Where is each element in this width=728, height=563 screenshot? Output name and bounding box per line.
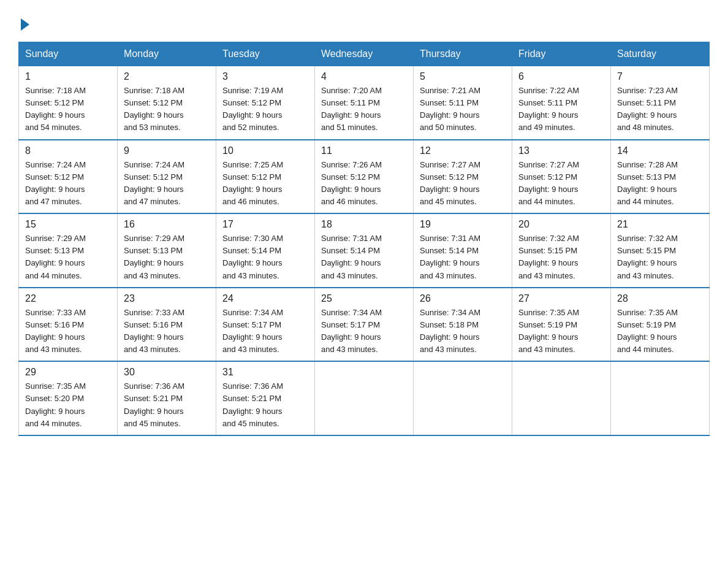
- day-info: Sunrise: 7:23 AMSunset: 5:11 PMDaylight:…: [617, 85, 703, 134]
- day-info: Sunrise: 7:24 AMSunset: 5:12 PMDaylight:…: [124, 159, 210, 209]
- day-info: Sunrise: 7:36 AMSunset: 5:21 PMDaylight:…: [124, 380, 210, 430]
- day-number: 23: [124, 293, 210, 304]
- day-cell: 29 Sunrise: 7:35 AMSunset: 5:20 PMDaylig…: [19, 361, 118, 435]
- day-cell: 14 Sunrise: 7:28 AMSunset: 5:13 PMDaylig…: [611, 140, 710, 214]
- weekday-header-thursday: Thursday: [414, 42, 512, 66]
- day-info: Sunrise: 7:36 AMSunset: 5:21 PMDaylight:…: [222, 380, 308, 430]
- week-row-5: 29 Sunrise: 7:35 AMSunset: 5:20 PMDaylig…: [19, 361, 710, 435]
- day-number: 19: [420, 219, 506, 230]
- day-number: 16: [124, 219, 210, 230]
- day-number: 24: [222, 293, 308, 304]
- day-cell: 1 Sunrise: 7:18 AMSunset: 5:12 PMDayligh…: [19, 66, 118, 140]
- day-info: Sunrise: 7:20 AMSunset: 5:11 PMDaylight:…: [321, 85, 407, 134]
- day-cell: 9 Sunrise: 7:24 AMSunset: 5:12 PMDayligh…: [118, 140, 216, 214]
- day-number: 26: [420, 293, 506, 304]
- day-cell: 2 Sunrise: 7:18 AMSunset: 5:12 PMDayligh…: [118, 66, 216, 140]
- day-number: 9: [124, 145, 210, 156]
- day-cell: 16 Sunrise: 7:29 AMSunset: 5:13 PMDaylig…: [118, 213, 216, 288]
- page-header: [18, 12, 710, 31]
- day-number: 13: [518, 145, 604, 156]
- day-cell: 21 Sunrise: 7:32 AMSunset: 5:15 PMDaylig…: [611, 213, 710, 288]
- day-number: 8: [25, 145, 111, 156]
- day-number: 29: [25, 367, 111, 378]
- weekday-header-tuesday: Tuesday: [216, 42, 315, 66]
- day-number: 27: [518, 293, 604, 304]
- day-info: Sunrise: 7:35 AMSunset: 5:19 PMDaylight:…: [518, 307, 604, 356]
- day-number: 3: [222, 71, 308, 82]
- day-cell: 15 Sunrise: 7:29 AMSunset: 5:13 PMDaylig…: [19, 213, 118, 288]
- day-cell: 12 Sunrise: 7:27 AMSunset: 5:12 PMDaylig…: [414, 140, 512, 214]
- day-info: Sunrise: 7:29 AMSunset: 5:13 PMDaylight:…: [124, 232, 210, 282]
- day-info: Sunrise: 7:35 AMSunset: 5:20 PMDaylight:…: [25, 380, 111, 430]
- day-number: 20: [518, 219, 604, 230]
- header-row: SundayMondayTuesdayWednesdayThursdayFrid…: [19, 42, 710, 66]
- day-info: Sunrise: 7:19 AMSunset: 5:12 PMDaylight:…: [222, 85, 308, 134]
- day-number: 21: [617, 219, 703, 230]
- weekday-header-sunday: Sunday: [19, 42, 118, 66]
- day-cell: 10 Sunrise: 7:25 AMSunset: 5:12 PMDaylig…: [216, 140, 315, 214]
- day-cell: 18 Sunrise: 7:31 AMSunset: 5:14 PMDaylig…: [315, 213, 414, 288]
- week-row-2: 8 Sunrise: 7:24 AMSunset: 5:12 PMDayligh…: [19, 140, 710, 214]
- day-cell: 7 Sunrise: 7:23 AMSunset: 5:11 PMDayligh…: [611, 66, 710, 140]
- day-cell: 4 Sunrise: 7:20 AMSunset: 5:11 PMDayligh…: [315, 66, 414, 140]
- day-info: Sunrise: 7:27 AMSunset: 5:12 PMDaylight:…: [420, 159, 506, 209]
- calendar-body: 1 Sunrise: 7:18 AMSunset: 5:12 PMDayligh…: [19, 66, 710, 435]
- day-cell: 26 Sunrise: 7:34 AMSunset: 5:18 PMDaylig…: [414, 288, 512, 362]
- day-info: Sunrise: 7:30 AMSunset: 5:14 PMDaylight:…: [222, 232, 308, 282]
- day-number: 22: [25, 293, 111, 304]
- day-cell: 17 Sunrise: 7:30 AMSunset: 5:14 PMDaylig…: [216, 213, 315, 288]
- day-cell: 3 Sunrise: 7:19 AMSunset: 5:12 PMDayligh…: [216, 66, 315, 140]
- day-info: Sunrise: 7:29 AMSunset: 5:13 PMDaylight:…: [25, 232, 111, 282]
- day-info: Sunrise: 7:34 AMSunset: 5:17 PMDaylight:…: [222, 307, 308, 356]
- day-number: 12: [420, 145, 506, 156]
- day-number: 30: [124, 367, 210, 378]
- day-cell: 8 Sunrise: 7:24 AMSunset: 5:12 PMDayligh…: [19, 140, 118, 214]
- day-info: Sunrise: 7:25 AMSunset: 5:12 PMDaylight:…: [222, 159, 308, 209]
- day-info: Sunrise: 7:33 AMSunset: 5:16 PMDaylight:…: [124, 307, 210, 356]
- day-cell: [611, 361, 710, 435]
- calendar-header: SundayMondayTuesdayWednesdayThursdayFrid…: [19, 42, 710, 66]
- day-info: Sunrise: 7:18 AMSunset: 5:12 PMDaylight:…: [124, 85, 210, 134]
- day-number: 7: [617, 71, 703, 82]
- day-number: 4: [321, 71, 407, 82]
- day-info: Sunrise: 7:34 AMSunset: 5:17 PMDaylight:…: [321, 307, 407, 356]
- day-info: Sunrise: 7:28 AMSunset: 5:13 PMDaylight:…: [617, 159, 703, 209]
- day-number: 2: [124, 71, 210, 82]
- week-row-3: 15 Sunrise: 7:29 AMSunset: 5:13 PMDaylig…: [19, 213, 710, 288]
- day-info: Sunrise: 7:33 AMSunset: 5:16 PMDaylight:…: [25, 307, 111, 356]
- day-number: 10: [222, 145, 308, 156]
- weekday-header-wednesday: Wednesday: [315, 42, 414, 66]
- week-row-4: 22 Sunrise: 7:33 AMSunset: 5:16 PMDaylig…: [19, 288, 710, 362]
- day-cell: 27 Sunrise: 7:35 AMSunset: 5:19 PMDaylig…: [512, 288, 611, 362]
- week-row-1: 1 Sunrise: 7:18 AMSunset: 5:12 PMDayligh…: [19, 66, 710, 140]
- day-cell: 30 Sunrise: 7:36 AMSunset: 5:21 PMDaylig…: [118, 361, 216, 435]
- day-number: 28: [617, 293, 703, 304]
- day-cell: 19 Sunrise: 7:31 AMSunset: 5:14 PMDaylig…: [414, 213, 512, 288]
- day-number: 18: [321, 219, 407, 230]
- day-info: Sunrise: 7:31 AMSunset: 5:14 PMDaylight:…: [420, 232, 506, 282]
- logo: [18, 17, 29, 31]
- logo-arrow-icon: [21, 18, 29, 31]
- day-info: Sunrise: 7:24 AMSunset: 5:12 PMDaylight:…: [25, 159, 111, 209]
- day-cell: 11 Sunrise: 7:26 AMSunset: 5:12 PMDaylig…: [315, 140, 414, 214]
- day-cell: 23 Sunrise: 7:33 AMSunset: 5:16 PMDaylig…: [118, 288, 216, 362]
- day-cell: 5 Sunrise: 7:21 AMSunset: 5:11 PMDayligh…: [414, 66, 512, 140]
- day-number: 6: [518, 71, 604, 82]
- day-number: 31: [222, 367, 308, 378]
- weekday-header-saturday: Saturday: [611, 42, 710, 66]
- day-cell: 6 Sunrise: 7:22 AMSunset: 5:11 PMDayligh…: [512, 66, 611, 140]
- day-info: Sunrise: 7:21 AMSunset: 5:11 PMDaylight:…: [420, 85, 506, 134]
- day-cell: 28 Sunrise: 7:35 AMSunset: 5:19 PMDaylig…: [611, 288, 710, 362]
- day-info: Sunrise: 7:34 AMSunset: 5:18 PMDaylight:…: [420, 307, 506, 356]
- day-number: 15: [25, 219, 111, 230]
- day-info: Sunrise: 7:18 AMSunset: 5:12 PMDaylight:…: [25, 85, 111, 134]
- day-number: 1: [25, 71, 111, 82]
- day-info: Sunrise: 7:22 AMSunset: 5:11 PMDaylight:…: [518, 85, 604, 134]
- day-number: 5: [420, 71, 506, 82]
- day-info: Sunrise: 7:27 AMSunset: 5:12 PMDaylight:…: [518, 159, 604, 209]
- day-cell: 25 Sunrise: 7:34 AMSunset: 5:17 PMDaylig…: [315, 288, 414, 362]
- day-cell: [414, 361, 512, 435]
- day-cell: 20 Sunrise: 7:32 AMSunset: 5:15 PMDaylig…: [512, 213, 611, 288]
- day-info: Sunrise: 7:31 AMSunset: 5:14 PMDaylight:…: [321, 232, 407, 282]
- day-info: Sunrise: 7:32 AMSunset: 5:15 PMDaylight:…: [518, 232, 604, 282]
